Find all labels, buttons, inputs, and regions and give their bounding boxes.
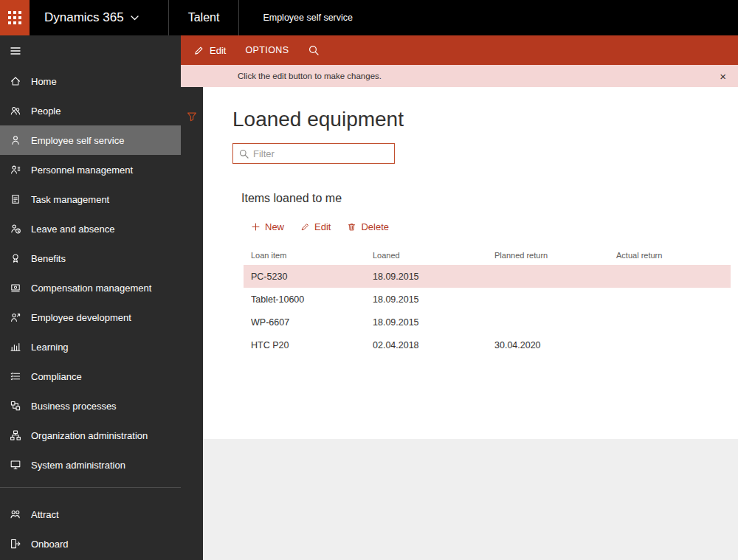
search-button[interactable] <box>308 44 320 56</box>
sidebar-item-label: Business processes <box>31 401 117 412</box>
delete-button[interactable]: Delete <box>347 221 389 232</box>
trash-icon <box>347 222 356 232</box>
loaned-items-table: Loan item Loaned Planned return Actual r… <box>244 246 731 356</box>
loan-item-cell: WP-6607 <box>251 317 373 328</box>
options-label: OPTIONS <box>245 45 289 55</box>
employee-self-service-icon <box>10 134 21 146</box>
table-row[interactable]: PC-5230 18.09.2015 <box>244 265 731 288</box>
sidebar-item-onboard[interactable]: Onboard <box>0 529 181 559</box>
notification-message: Click the edit button to make changes. <box>238 72 717 80</box>
hamburger-button[interactable] <box>0 35 181 66</box>
sidebar-item-label: Task management <box>31 194 109 205</box>
loaned-cell: 18.09.2015 <box>373 294 494 305</box>
sidebar-item-compliance[interactable]: Compliance <box>0 362 181 391</box>
brand-label: Dynamics 365 <box>44 10 124 25</box>
sidebar-item-business-processes[interactable]: Business processes <box>0 391 181 421</box>
people-icon <box>10 105 21 117</box>
search-icon <box>308 44 320 56</box>
task-management-icon <box>10 193 21 205</box>
new-button-label: New <box>265 221 284 232</box>
waffle-icon <box>8 11 21 24</box>
top-bar: Dynamics 365 Talent Employee self servic… <box>0 0 738 35</box>
planned-return-cell: 30.04.2020 <box>494 340 616 350</box>
edit-row-button[interactable]: Edit <box>300 221 331 232</box>
table-row[interactable]: HTC P20 02.04.2018 30.04.2020 <box>244 333 731 356</box>
home-icon <box>10 75 21 87</box>
loaned-cell: 18.09.2015 <box>373 317 494 328</box>
sidebar-item-personnel-management[interactable]: Personnel management <box>0 155 181 184</box>
table-row[interactable]: Tablet-10600 18.09.2015 <box>244 288 731 311</box>
sidebar-item-label: Compliance <box>31 371 82 382</box>
edit-row-button-label: Edit <box>314 221 331 232</box>
sidebar-item-label: Organization administration <box>31 430 148 441</box>
loaned-cell: 02.04.2018 <box>373 340 494 350</box>
sidebar-item-label: Leave and absence <box>31 224 114 235</box>
sidebar-item-label: System administration <box>31 460 125 471</box>
sidebar-item-label: Personnel management <box>31 165 133 176</box>
edit-button[interactable]: Edit <box>193 45 226 56</box>
benefits-icon <box>10 252 21 264</box>
learning-icon <box>10 341 21 353</box>
sidebar-item-home[interactable]: Home <box>0 66 181 96</box>
sidebar-divider <box>0 487 181 488</box>
close-icon[interactable]: × <box>717 69 729 83</box>
sidebar-item-label: Employee development <box>31 312 131 323</box>
page-breadcrumb: Employee self service <box>239 0 353 35</box>
page-content: Loaned equipment Items loaned to me New <box>203 87 738 560</box>
sidebar-item-people[interactable]: People <box>0 96 181 125</box>
navigation-sidebar: Home People Employee self service Person… <box>0 35 181 560</box>
loan-item-cell: Tablet-10600 <box>251 294 373 305</box>
command-bar: Edit OPTIONS <box>181 35 738 65</box>
filter-funnel-icon[interactable] <box>186 111 198 122</box>
app-launcher-button[interactable] <box>0 0 30 35</box>
personnel-management-icon <box>10 164 21 176</box>
sidebar-item-compensation-management[interactable]: Compensation management <box>0 273 181 303</box>
sidebar-item-system-administration[interactable]: System administration <box>0 450 181 480</box>
sidebar-item-label: Employee self service <box>31 135 124 146</box>
attract-icon <box>10 508 21 520</box>
filter-search-box <box>232 143 395 164</box>
leave-absence-icon <box>10 223 21 235</box>
column-header: Actual return <box>616 251 731 260</box>
filter-input[interactable] <box>253 148 388 159</box>
chevron-down-icon <box>131 15 139 21</box>
sidebar-item-label: Learning <box>31 342 69 353</box>
grid-toolbar: New Edit Delete <box>251 221 738 232</box>
plus-icon <box>251 222 261 232</box>
column-header: Loan item <box>251 251 373 260</box>
new-button[interactable]: New <box>251 221 284 232</box>
column-header: Planned return <box>494 251 616 260</box>
sidebar-item-learning[interactable]: Learning <box>0 332 181 362</box>
page-title: Loaned equipment <box>232 108 738 131</box>
onboard-icon <box>10 538 21 550</box>
items-loaned-panel: Items loaned to me New Edit <box>232 192 738 356</box>
sidebar-item-label: Attract <box>31 509 59 520</box>
loan-item-cell: PC-5230 <box>251 272 373 282</box>
options-menu-button[interactable]: OPTIONS <box>245 45 289 55</box>
business-processes-icon <box>10 400 21 412</box>
sidebar-item-task-management[interactable]: Task management <box>0 184 181 214</box>
sidebar-item-employee-development[interactable]: Employee development <box>0 303 181 332</box>
sidebar-item-organization-administration[interactable]: Organization administration <box>0 421 181 450</box>
sidebar-item-employee-self-service[interactable]: Employee self service <box>0 125 181 155</box>
sidebar-item-label: People <box>31 106 61 117</box>
table-row[interactable]: WP-6607 18.09.2015 <box>244 311 731 333</box>
loaned-cell: 18.09.2015 <box>373 272 494 282</box>
employee-development-icon <box>10 311 21 323</box>
sidebar-item-leave-and-absence[interactable]: Leave and absence <box>0 214 181 243</box>
sidebar-item-label: Benefits <box>31 253 66 264</box>
product-name[interactable]: Talent <box>169 0 239 35</box>
sidebar-item-attract[interactable]: Attract <box>0 499 181 529</box>
delete-button-label: Delete <box>361 221 389 232</box>
compensation-icon <box>10 282 21 294</box>
loan-item-cell: HTC P20 <box>251 340 373 350</box>
edit-button-label: Edit <box>210 45 226 56</box>
column-header: Loaned <box>373 251 494 260</box>
sidebar-item-benefits[interactable]: Benefits <box>0 243 181 273</box>
notification-bar: Click the edit button to make changes. × <box>181 65 738 87</box>
search-icon <box>239 149 249 159</box>
brand-menu[interactable]: Dynamics 365 <box>30 0 168 35</box>
sidebar-item-label: Compensation management <box>31 283 151 294</box>
sidebar-item-label: Onboard <box>31 539 69 550</box>
form-surface: Loaned equipment Items loaned to me New <box>203 87 738 439</box>
